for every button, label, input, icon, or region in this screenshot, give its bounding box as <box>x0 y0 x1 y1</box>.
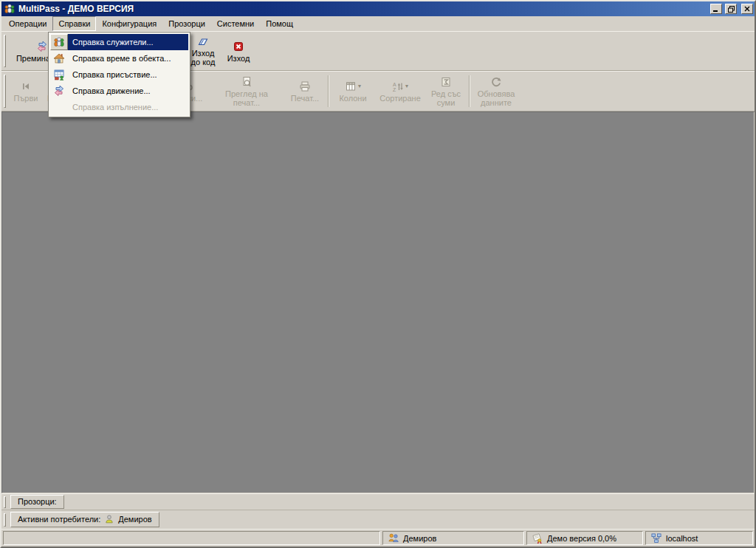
toolbar-separator <box>469 75 470 107</box>
menu-item-label: Справка служители... <box>68 34 188 50</box>
menu-item-label: Справка присъствие... <box>68 66 188 83</box>
statusbar: Демиров Демо версия 0,0% <box>1 529 755 547</box>
menu-configuration[interactable]: Конфигурация <box>96 16 162 31</box>
first-record-label: Първи <box>14 94 38 103</box>
minimize-button[interactable] <box>710 4 722 14</box>
client-area <box>1 112 755 493</box>
active-user-name: Демиров <box>118 515 151 524</box>
house-icon <box>50 50 68 66</box>
app-icon <box>4 3 16 15</box>
print-label: Печат... <box>291 94 319 103</box>
menu-item-label: Справка движение... <box>68 83 188 99</box>
titlebar: MultiPass - ДЕМО ВЕРСИЯ <box>1 1 755 16</box>
close-icon <box>744 6 750 12</box>
chevron-down-icon: ▾ <box>405 83 408 89</box>
bar-grip[interactable] <box>4 513 6 527</box>
print-button[interactable]: Печат... <box>284 73 326 109</box>
refresh-label: Обновява данните <box>474 89 518 107</box>
status-host-name: localhost <box>666 534 698 543</box>
empty-icon-slot <box>50 99 68 115</box>
refresh-button[interactable]: Обновява данните <box>472 73 520 109</box>
restore-button[interactable] <box>725 4 737 14</box>
sort-button[interactable]: A Z ▾ Сортиране <box>375 73 425 109</box>
columns-button[interactable]: ▾ Колони <box>331 73 375 109</box>
people-group-icon <box>50 34 68 50</box>
toolbar-grip[interactable] <box>4 75 6 108</box>
menu-item-label: Справка време в обекта... <box>68 50 188 66</box>
menu-item-label: Справка изпълнение... <box>68 99 188 115</box>
grid-columns-icon <box>345 81 357 92</box>
menu-item-attendance-report[interactable]: Справка присъствие... <box>50 66 188 83</box>
menu-windows[interactable]: Прозорци <box>162 16 211 31</box>
menu-reports[interactable]: Справки <box>52 16 96 31</box>
two-people-icon <box>388 532 399 544</box>
active-users-label: Активни потребители: <box>18 515 100 524</box>
network-nodes-icon <box>650 532 662 544</box>
menu-system[interactable]: Системни <box>211 16 260 31</box>
page-magnifier-icon <box>241 75 252 89</box>
table-person-icon <box>50 66 68 83</box>
active-users-box: Активни потребители: Демиров <box>10 512 159 527</box>
close-button[interactable] <box>741 4 753 14</box>
restore-icon <box>728 6 735 13</box>
first-record-icon <box>20 80 32 93</box>
menu-item-movement-report[interactable]: Справка движение... <box>50 83 188 99</box>
app-window: MultiPass - ДЕМО ВЕРСИЯ Операции Справки… <box>0 0 756 548</box>
sort-az-icon: A Z <box>392 81 404 92</box>
print-preview-button[interactable]: Преглед на печат... <box>209 73 284 109</box>
menubar: Операции Справки Конфигурация Прозорци С… <box>1 16 755 31</box>
sum-row-label: Ред със суми <box>427 89 464 107</box>
status-user-panel: Демиров <box>382 531 524 545</box>
sigma-icon <box>440 75 452 89</box>
status-user-name: Демиров <box>403 534 436 543</box>
svg-text:Z: Z <box>393 87 396 92</box>
windows-bar-label-box: Прозорци: <box>10 495 64 509</box>
sum-row-button[interactable]: Ред със суми <box>425 73 467 109</box>
chevron-down-icon: ▾ <box>358 83 361 89</box>
exit-button-label: Изход <box>227 54 250 63</box>
transfer-arrows-icon <box>36 40 48 53</box>
print-preview-label: Преглед на печат... <box>211 89 282 107</box>
exit-to-code-label: Изход до код <box>186 49 220 66</box>
sort-label: Сортиране <box>379 94 421 103</box>
transfer-arrows-icon <box>50 83 68 99</box>
columns-label: Колони <box>339 94 366 103</box>
exit-button[interactable]: Изход <box>222 33 255 69</box>
menu-item-employees-report[interactable]: Справка служители... <box>50 34 188 50</box>
printer-icon <box>299 80 311 93</box>
status-main-panel <box>3 531 380 545</box>
toolbar-separator <box>328 75 329 107</box>
minimize-icon <box>713 6 719 12</box>
active-users-bar: Активни потребители: Демиров <box>1 510 755 529</box>
person-icon <box>104 514 114 524</box>
door-exit-icon <box>197 35 209 48</box>
refresh-icon <box>490 75 502 89</box>
status-host-panel: localhost <box>645 531 753 545</box>
first-record-button[interactable]: Първи <box>8 73 44 109</box>
toolbar-grip[interactable] <box>4 35 6 67</box>
reports-menu-popup: Справка служители... Справка време в обе… <box>48 32 190 117</box>
status-demo-text: Демо версия 0,0% <box>547 534 616 543</box>
red-x-icon <box>233 40 244 53</box>
windows-bar: Прозорци: <box>1 493 755 510</box>
menu-operations[interactable]: Операции <box>3 16 52 31</box>
bar-grip[interactable] <box>4 496 6 508</box>
window-title: MultiPass - ДЕМО ВЕРСИЯ <box>18 4 707 14</box>
certificate-scroll-icon <box>532 532 543 544</box>
menu-item-time-in-site-report[interactable]: Справка време в обекта... <box>50 50 188 66</box>
status-demo-panel: Демо версия 0,0% <box>526 531 643 545</box>
windows-bar-label: Прозорци: <box>18 497 57 506</box>
menu-item-execution-report[interactable]: Справка изпълнение... <box>50 99 188 115</box>
menu-help[interactable]: Помощ <box>260 16 299 31</box>
svg-text:A: A <box>393 82 396 87</box>
